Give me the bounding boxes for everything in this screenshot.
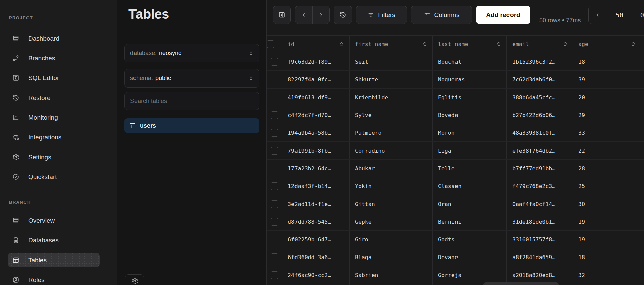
cell-id[interactable]: c4f2dc7f-d70… bbox=[282, 106, 350, 124]
cell-first-name[interactable]: Kriemhilde bbox=[350, 89, 433, 106]
cell-id[interactable]: 3e2ad11d-f1e… bbox=[282, 195, 350, 213]
column-header-id[interactable]: id bbox=[282, 36, 350, 53]
cell-first-name[interactable]: Seit bbox=[350, 53, 433, 70]
cell-id[interactable]: 6fd360dd-3a6… bbox=[282, 248, 350, 266]
cell-last-name[interactable]: Liga bbox=[433, 142, 507, 159]
page-size-value[interactable]: 50 bbox=[607, 6, 632, 24]
sort-icon[interactable] bbox=[422, 41, 428, 47]
cell-first-name[interactable]: Giro bbox=[350, 231, 433, 248]
refresh-history-button[interactable] bbox=[334, 6, 352, 24]
cell-last-name[interactable]: Bouchat bbox=[433, 53, 507, 70]
column-header-last-name[interactable]: last_name bbox=[433, 36, 507, 53]
cell-last-name[interactable]: Godts bbox=[433, 231, 507, 248]
cell-first-name[interactable]: Gepke bbox=[350, 213, 433, 230]
cell-id[interactable]: f9c63d2d-f89… bbox=[282, 53, 350, 70]
horizontal-scrollbar-thumb[interactable] bbox=[483, 282, 559, 285]
row-checkbox[interactable] bbox=[271, 271, 278, 279]
row-checkbox[interactable] bbox=[271, 218, 278, 226]
cell-email[interactable]: f479c768e2c3… bbox=[507, 177, 573, 195]
table-row[interactable]: 194a9b4a-58b… Palmiero Moron 48a339381c0… bbox=[267, 124, 644, 142]
table-row[interactable]: 177a23b2-64c… Abukar Telle b7ff77ed91bb…… bbox=[267, 160, 644, 177]
sidebar-item-branches[interactable]: Branches bbox=[8, 51, 100, 65]
cell-id[interactable]: 177a23b2-64c… bbox=[282, 160, 350, 177]
cell-age[interactable]: 22 bbox=[573, 142, 641, 159]
sidebar-item-settings[interactable]: Settings bbox=[8, 150, 100, 164]
cell-first-name[interactable]: Yokin bbox=[350, 177, 433, 195]
cell-last-name[interactable]: Eglitis bbox=[433, 89, 507, 106]
cell-id[interactable]: 419fb613-df9… bbox=[282, 89, 350, 106]
search-tables-input[interactable] bbox=[130, 98, 254, 105]
cell-last-name[interactable]: Telle bbox=[433, 160, 507, 177]
cell-id[interactable]: d87dd788-545… bbox=[282, 213, 350, 230]
cell-age[interactable]: 19 bbox=[573, 231, 641, 248]
cell-email[interactable]: 48a339381c0f… bbox=[507, 124, 573, 141]
table-row[interactable]: 82297f4a-0fc… Shkurte Nogueras 7c62d3dab… bbox=[267, 71, 644, 89]
cell-email[interactable]: b7ff77ed91bb… bbox=[507, 160, 573, 177]
row-checkbox[interactable] bbox=[271, 200, 278, 208]
row-checkbox[interactable] bbox=[271, 111, 278, 119]
row-checkbox[interactable] bbox=[271, 147, 278, 155]
filters-button[interactable]: Filters bbox=[356, 6, 407, 24]
add-record-button[interactable]: Add record bbox=[476, 6, 530, 24]
sidebar-item-restore[interactable]: Restore bbox=[8, 91, 100, 105]
table-row[interactable]: 3e2ad11d-f1e… Gittan Oran 0aaf4fa0cf14… … bbox=[267, 195, 644, 213]
cell-first-name[interactable]: Palmiero bbox=[350, 124, 433, 141]
table-row[interactable]: f9c63d2d-f89… Seit Bouchat 1b152396c3f2…… bbox=[267, 53, 644, 71]
cell-first-name[interactable]: Shkurte bbox=[350, 71, 433, 88]
column-header-email[interactable]: email bbox=[507, 36, 573, 53]
cell-email[interactable]: a8f2841da659… bbox=[507, 248, 573, 266]
cell-email[interactable]: b27b422d6b06… bbox=[507, 106, 573, 124]
cell-email[interactable]: 1b152396c3f2… bbox=[507, 53, 573, 70]
sort-icon[interactable] bbox=[496, 41, 502, 47]
sidebar-item-dashboard[interactable]: Dashboard bbox=[8, 31, 100, 46]
columns-button[interactable]: Columns bbox=[411, 6, 472, 24]
cell-first-name[interactable]: Sabrien bbox=[350, 266, 433, 284]
cell-email[interactable]: 3316015757f8… bbox=[507, 231, 573, 248]
cell-age[interactable]: 39 bbox=[573, 71, 641, 88]
cell-last-name[interactable]: Nogueras bbox=[433, 71, 507, 88]
cell-age[interactable]: 33 bbox=[573, 124, 641, 141]
row-checkbox[interactable] bbox=[271, 129, 278, 137]
schema-select[interactable]: schema: public bbox=[124, 69, 259, 88]
cell-age[interactable]: 18 bbox=[573, 248, 641, 266]
cell-age[interactable]: 20 bbox=[573, 89, 641, 106]
cell-id[interactable]: 12daaf3f-b14… bbox=[282, 177, 350, 195]
collapse-panel-button[interactable] bbox=[273, 6, 291, 24]
cell-first-name[interactable]: Blaga bbox=[350, 248, 433, 266]
table-row[interactable]: c4f2dc7f-d70… Sylve Boveda b27b422d6b06…… bbox=[267, 106, 644, 124]
table-row[interactable]: 6f02259b-647… Giro Godts 3316015757f8… 1… bbox=[267, 231, 644, 248]
sort-icon[interactable] bbox=[630, 41, 636, 47]
cell-last-name[interactable]: Bernini bbox=[433, 213, 507, 230]
cell-last-name[interactable]: Classen bbox=[433, 177, 507, 195]
cell-last-name[interactable]: Moron bbox=[433, 124, 507, 141]
cell-email[interactable]: efe38f764db2… bbox=[507, 142, 573, 159]
cell-first-name[interactable]: Corradino bbox=[350, 142, 433, 159]
cell-id[interactable]: 194a9b4a-58b… bbox=[282, 124, 350, 141]
cell-last-name[interactable]: Devane bbox=[433, 248, 507, 266]
cell-id[interactable]: 24f6ac90-cc2… bbox=[282, 266, 350, 284]
page-offset-value[interactable]: 0 bbox=[632, 6, 644, 24]
cell-last-name[interactable]: Gorreja bbox=[433, 266, 507, 284]
cell-email[interactable]: 7c62d3dab6f0… bbox=[507, 71, 573, 88]
table-row[interactable]: 419fb613-df9… Kriemhilde Eglitis 388b64a… bbox=[267, 89, 644, 106]
panel-settings-button[interactable] bbox=[125, 274, 144, 285]
table-list-item-users[interactable]: users bbox=[124, 118, 259, 133]
cell-age[interactable]: 28 bbox=[573, 160, 641, 177]
sidebar-item-tables[interactable]: Tables bbox=[8, 253, 100, 267]
sidebar-item-overview[interactable]: Overview bbox=[8, 213, 100, 228]
sidebar-item-integrations[interactable]: Integrations bbox=[8, 130, 100, 145]
select-all-checkbox[interactable] bbox=[267, 40, 274, 48]
cell-email[interactable]: 0aaf4fa0cf14… bbox=[507, 195, 573, 213]
cell-age[interactable]: 18 bbox=[573, 53, 641, 70]
table-row[interactable]: 79a1991b-8fb… Corradino Liga efe38f764db… bbox=[267, 142, 644, 160]
next-button[interactable] bbox=[312, 6, 329, 24]
cell-email[interactable]: 388b64a45cfc… bbox=[507, 89, 573, 106]
cell-last-name[interactable]: Oran bbox=[433, 195, 507, 213]
sidebar-item-roles[interactable]: Roles bbox=[8, 273, 100, 285]
prev-button[interactable] bbox=[295, 6, 312, 24]
database-select[interactable]: database: neosync bbox=[124, 44, 259, 62]
sort-icon[interactable] bbox=[562, 41, 568, 47]
row-checkbox[interactable] bbox=[271, 236, 278, 243]
cell-first-name[interactable]: Gittan bbox=[350, 195, 433, 213]
cell-age[interactable]: 19 bbox=[573, 213, 641, 230]
